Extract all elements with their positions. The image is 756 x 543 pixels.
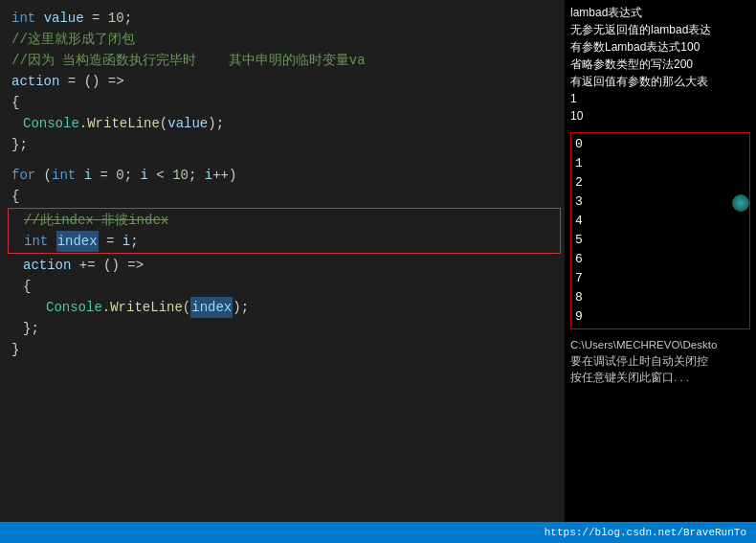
var-i4: i <box>122 231 130 252</box>
var-action2: action <box>23 255 71 276</box>
method-writeline2: WriteLine <box>110 297 183 318</box>
comment-2b: 其中申明的临时变量va <box>229 50 366 71</box>
bottom-link: https://blog.csdn.net/BraveRunTo <box>545 527 746 538</box>
num-0: 0 <box>116 165 123 186</box>
brace-close-2: }; <box>23 318 39 339</box>
code-line-brace5: }; <box>0 318 565 339</box>
code-line-for: for ( int i = 0 ; i < 10 ; i ++) <box>0 165 565 186</box>
plain-paren2: ); <box>208 113 224 134</box>
code-line-brace1: { <box>0 92 565 113</box>
class-console2: Console <box>46 297 102 318</box>
var-i2: i <box>141 165 148 186</box>
plain-paren1: ( <box>160 113 167 134</box>
plain-eq: = <box>99 231 122 252</box>
cursor-circle <box>732 194 749 212</box>
bottom-text-1: C:\Users\MECHREVO\Deskto <box>570 337 750 353</box>
code-line-brace6: } <box>0 339 565 360</box>
num-10: 10 <box>108 8 124 29</box>
code-line-action: action = () => <box>0 71 565 92</box>
empty-line-1 <box>0 155 565 165</box>
plain-semi: ; <box>130 231 138 252</box>
keyword-int3: int <box>24 231 48 252</box>
comment-strike: //此index 非彼index <box>24 210 168 231</box>
plain-dot2: . <box>102 297 110 318</box>
brace-close-3: } <box>11 339 19 360</box>
output-num-9: 9 <box>575 307 745 327</box>
code-line-comment-strike: //此index 非彼index <box>9 210 560 231</box>
output-num-2: 2 <box>575 173 745 192</box>
plain-paren3: ( <box>183 297 190 318</box>
var-action: action <box>11 71 59 92</box>
output-num-8: 8 <box>575 288 745 307</box>
plain-for3: = <box>92 165 116 186</box>
output-num-4: 4 <box>575 212 745 231</box>
code-line-comment1: //这里就形成了闭包 <box>0 29 565 50</box>
code-line-brace4: { <box>0 276 565 297</box>
method-writeline: WriteLine <box>87 113 160 134</box>
code-line-brace3: { <box>0 186 565 207</box>
brace-open-3: { <box>23 276 31 297</box>
code-line-console1: Console . WriteLine ( value ); <box>0 113 565 134</box>
plain-dot1: . <box>79 113 87 134</box>
comment-2: //因为 当构造函数执行完毕时 <box>11 50 196 71</box>
comment-1: //这里就形成了闭包 <box>11 29 135 50</box>
var-i: i <box>84 165 92 186</box>
plain-for7: ++) <box>212 165 236 186</box>
right-text-line7: 10 <box>570 107 750 124</box>
right-panel: lambad表达式 无参无返回值的lambad表达 有参数Lambad表达式10… <box>565 0 756 522</box>
output-box: 0 1 2 3 4 5 6 7 8 9 <box>570 132 750 329</box>
plain-2: = <box>84 8 108 29</box>
right-text-line6: 1 <box>570 90 750 107</box>
code-line-action2: action += () => <box>0 255 565 276</box>
red-box: //此index 非彼index int index = i ; <box>8 208 561 254</box>
output-num-1: 1 <box>575 154 745 173</box>
output-num-6: 6 <box>575 250 745 269</box>
code-line-brace2: }; <box>0 134 565 155</box>
code-line-comment2: //因为 当构造函数执行完毕时 其中申明的临时变量va <box>0 50 565 71</box>
right-text-line4: 省略参数类型的写法200 <box>570 56 750 73</box>
var-index-console-highlight: index <box>190 297 233 318</box>
num-10b: 10 <box>172 165 189 186</box>
plain-space <box>196 50 229 71</box>
plain-for6: ; <box>189 165 205 186</box>
code-panel: int value = 10 ; //这里就形成了闭包 //因为 当构造函数执行… <box>0 0 565 522</box>
var-i3: i <box>205 165 212 186</box>
plain-action: = () => <box>59 71 123 92</box>
plain-sp1 <box>48 231 56 252</box>
plain-paren4: ); <box>233 297 249 318</box>
plain-3: ; <box>124 8 132 29</box>
var-value: value <box>44 8 84 29</box>
output-num-5: 5 <box>575 231 745 250</box>
var-value-ref: value <box>167 113 208 134</box>
code-line-1: int value = 10 ; <box>0 8 565 29</box>
brace-open-1: { <box>11 92 19 113</box>
main-container: int value = 10 ; //这里就形成了闭包 //因为 当构造函数执行… <box>0 0 756 522</box>
plain-for2 <box>76 165 83 186</box>
bottom-bar: https://blog.csdn.net/BraveRunTo <box>0 522 756 543</box>
var-index-highlight: index <box>56 231 99 252</box>
code-line-int-index: int index = i ; <box>9 231 560 252</box>
code-line-console2: Console . WriteLine ( index ); <box>0 297 565 318</box>
bottom-text-3: 按任意键关闭此窗口. . . <box>570 370 750 386</box>
right-top-text: lambad表达式 无参无返回值的lambad表达 有参数Lambad表达式10… <box>565 0 756 128</box>
output-num-3: 3 <box>575 192 745 212</box>
keyword-int2: int <box>52 165 76 186</box>
plain-for5: < <box>148 165 172 186</box>
brace-open-2: { <box>11 186 19 207</box>
plain-pluseq: += () => <box>71 255 144 276</box>
keyword-int: int <box>11 8 35 29</box>
keyword-for: for <box>11 165 35 186</box>
right-text-line3: 有参数Lambad表达式100 <box>570 38 750 56</box>
output-num-0: 0 <box>575 135 745 154</box>
plain-for: ( <box>35 165 52 186</box>
brace-close-1: }; <box>11 134 28 155</box>
right-text-line1: lambad表达式 <box>570 4 750 21</box>
plain-1 <box>35 8 43 29</box>
right-text-line2: 无参无返回值的lambad表达 <box>570 21 750 38</box>
right-bottom-text: C:\Users\MECHREVO\Deskto 要在调试停止时自动关闭控 按任… <box>565 333 756 390</box>
plain-for4: ; <box>124 165 141 186</box>
right-text-line5: 有返回值有参数的那么大表 <box>570 73 750 90</box>
output-num-7: 7 <box>575 269 745 288</box>
class-console: Console <box>23 113 79 134</box>
bottom-text-2: 要在调试停止时自动关闭控 <box>570 353 750 370</box>
